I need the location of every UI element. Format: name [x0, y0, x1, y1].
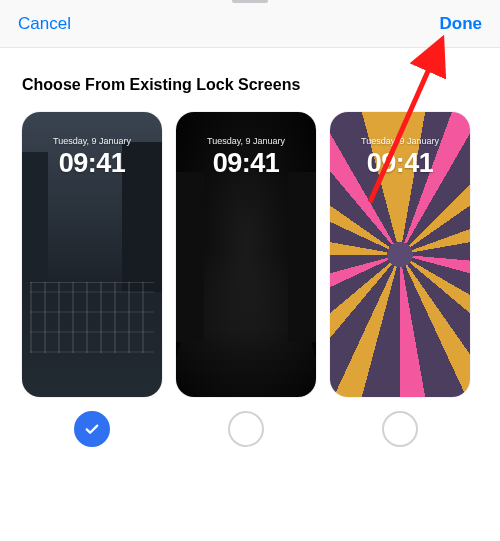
lockscreen-radio-3[interactable] — [382, 411, 418, 447]
lockscreen-selector-row — [0, 397, 500, 461]
lockscreen-preview-3[interactable]: Tuesday, 9 January 09:41 — [330, 112, 470, 397]
lockscreen-clock: Tuesday, 9 January 09:41 — [330, 136, 470, 179]
checkmark-icon — [83, 420, 101, 438]
nav-bar: Cancel Done — [0, 0, 500, 48]
lockscreen-time: 09:41 — [176, 148, 316, 179]
lockscreen-preview-2[interactable]: Tuesday, 9 January 09:41 — [176, 112, 316, 397]
lockscreen-radio-2[interactable] — [228, 411, 264, 447]
lockscreen-preview-1[interactable]: Tuesday, 9 January 09:41 — [22, 112, 162, 397]
lockscreen-date: Tuesday, 9 January — [330, 136, 470, 146]
sheet-grabber[interactable] — [232, 0, 268, 3]
section-header: Choose From Existing Lock Screens — [0, 48, 500, 94]
cancel-button[interactable]: Cancel — [18, 14, 71, 34]
done-button[interactable]: Done — [440, 14, 483, 34]
lockscreen-preview-row: Tuesday, 9 January 09:41 Tuesday, 9 Janu… — [0, 112, 500, 397]
section-title: Choose From Existing Lock Screens — [22, 76, 478, 94]
lockscreen-clock: Tuesday, 9 January 09:41 — [22, 136, 162, 179]
lockscreen-time: 09:41 — [330, 148, 470, 179]
lockscreen-radio-1[interactable] — [74, 411, 110, 447]
lockscreen-date: Tuesday, 9 January — [176, 136, 316, 146]
lockscreen-clock: Tuesday, 9 January 09:41 — [176, 136, 316, 179]
lockscreen-date: Tuesday, 9 January — [22, 136, 162, 146]
lockscreen-time: 09:41 — [22, 148, 162, 179]
